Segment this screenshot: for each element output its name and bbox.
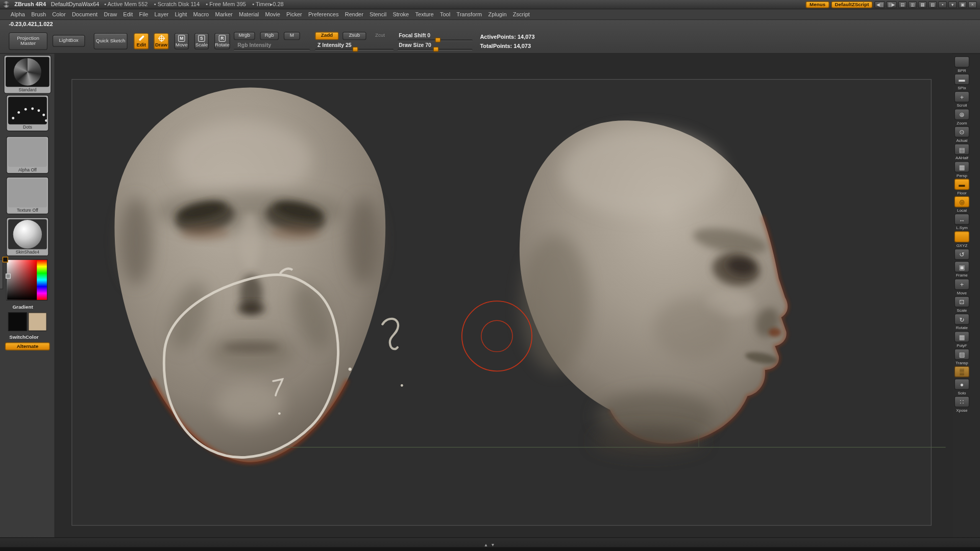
material-selector[interactable]: SkinShade4: [6, 217, 48, 256]
rail-transp[interactable]: ▨Transp: [952, 348, 971, 365]
left-tray-handle[interactable]: [0, 259, 3, 289]
menu-stencil[interactable]: Stencil: [366, 11, 389, 17]
zscript-rewind-button[interactable]: ◀|||: [874, 1, 885, 8]
lock-button[interactable]: ▪: [938, 1, 947, 8]
grid-layout-button[interactable]: ▦: [918, 1, 927, 8]
panel-layout-button[interactable]: ▧: [928, 1, 937, 8]
color-a-swatch[interactable]: [8, 312, 27, 331]
saturation-value-area[interactable]: [7, 260, 37, 299]
divider-layout-button[interactable]: ▤: [898, 1, 907, 8]
rail-scale[interactable]: ⊡Scale: [952, 296, 971, 312]
menu-draw[interactable]: Draw: [101, 11, 120, 17]
move-button[interactable]: M Move: [175, 33, 189, 49]
hue-strip[interactable]: [37, 260, 47, 299]
z-intensity-slider-thumb[interactable]: [353, 47, 358, 52]
switchcolor-button[interactable]: SwitchColor: [9, 334, 38, 340]
main-color-swatch[interactable]: [3, 257, 8, 262]
mrgb-button[interactable]: Mrgb: [234, 32, 255, 40]
restore-button[interactable]: ▣: [958, 1, 967, 8]
menu-color[interactable]: Color: [49, 11, 69, 17]
edit-button[interactable]: Edit: [134, 33, 149, 49]
viewport[interactable]: [55, 54, 952, 537]
rail-label: SPix: [958, 86, 966, 90]
menu-macro[interactable]: Macro: [190, 11, 212, 17]
menu-marker[interactable]: Marker: [212, 11, 236, 17]
alternate-button[interactable]: Alternate: [5, 342, 50, 350]
menu-movie[interactable]: Movie: [262, 11, 283, 17]
menu-zplugin[interactable]: Zplugin: [485, 11, 509, 17]
gradient-toggle[interactable]: Gradient: [12, 304, 33, 310]
rail-zoom[interactable]: ⊕Zoom: [952, 109, 971, 125]
draw-size-slider-thumb[interactable]: [433, 47, 439, 52]
menu-file[interactable]: File: [136, 11, 151, 17]
menu-texture[interactable]: Texture: [412, 11, 436, 17]
rail-bpr[interactable]: BPR: [952, 56, 971, 72]
draw-button[interactable]: Draw: [154, 33, 168, 49]
rail-gxyz[interactable]: GXYZ: [952, 231, 971, 247]
xpose-icon: ∷: [954, 396, 969, 407]
scale-button[interactable]: S Scale: [194, 33, 209, 49]
rail-lsym[interactable]: ↔L.Sym: [952, 214, 971, 230]
texture-selector[interactable]: Texture Off: [6, 177, 48, 214]
rail-xpose[interactable]: ∷Xpose: [952, 396, 971, 412]
menu-transform[interactable]: Transform: [453, 11, 485, 17]
zcut-button[interactable]: Zcut: [370, 32, 390, 40]
menu-render[interactable]: Render: [342, 11, 366, 17]
brush-selector[interactable]: Standard: [4, 55, 51, 94]
zscript-forward-button[interactable]: |||▶: [887, 1, 897, 8]
rgb-intensity-slider[interactable]: [234, 49, 310, 51]
menu-material[interactable]: Material: [236, 11, 262, 17]
draw-size-slider[interactable]: [398, 49, 473, 51]
alpha-selector[interactable]: Alpha Off: [6, 136, 48, 173]
minimize-button[interactable]: ▾: [948, 1, 957, 8]
z-intensity-slider[interactable]: [315, 49, 394, 51]
rail-persp[interactable]: ▦Persp: [952, 161, 971, 178]
palette-dock-button[interactable]: ▥: [908, 1, 917, 8]
rail-frame[interactable]: ▣Frame: [952, 261, 971, 278]
rail-spix[interactable]: ▬SPix: [952, 73, 971, 90]
rail-actual[interactable]: ⊙Actual: [952, 126, 971, 142]
scroll-up-arrow[interactable]: ▲: [484, 543, 489, 547]
menu-tool[interactable]: Tool: [437, 11, 453, 17]
color-picker[interactable]: [6, 259, 47, 300]
draw-label: Draw: [155, 43, 167, 48]
menu-alpha[interactable]: Alpha: [8, 11, 28, 17]
close-button[interactable]: ×: [968, 1, 977, 8]
menu-light[interactable]: Light: [172, 11, 190, 17]
rail-spin-icon[interactable]: ↺: [952, 248, 971, 260]
menus-button[interactable]: Menus: [806, 1, 829, 8]
menu-picker[interactable]: Picker: [283, 11, 305, 17]
sculpt-canvas[interactable]: [55, 54, 952, 537]
rail-solo[interactable]: ●Solo: [952, 379, 971, 395]
rail-scroll[interactable]: +Scroll: [952, 91, 971, 108]
menu-document[interactable]: Document: [69, 11, 101, 17]
rail-local[interactable]: ◎Local: [952, 196, 971, 212]
scroll-down-arrow[interactable]: ▼: [491, 543, 496, 547]
menu-brush[interactable]: Brush: [28, 11, 49, 17]
menu-preferences[interactable]: Preferences: [305, 11, 342, 17]
m-button[interactable]: M: [284, 32, 300, 40]
menu-layer[interactable]: Layer: [151, 11, 172, 17]
rail-aahalf[interactable]: ▤AAHalf: [952, 144, 971, 160]
focal-shift-slider[interactable]: [398, 39, 473, 41]
menu-zscript[interactable]: Zscript: [510, 11, 533, 17]
menu-stroke[interactable]: Stroke: [389, 11, 412, 17]
focal-shift-slider-thumb[interactable]: [435, 37, 440, 42]
zscript-button[interactable]: DefaultZScript: [831, 1, 873, 8]
quick-sketch-button[interactable]: Quick Sketch: [94, 33, 128, 49]
rail-floor[interactable]: ▬Floor: [952, 179, 971, 195]
stroke-selector[interactable]: Dots: [6, 95, 48, 131]
rail-move[interactable]: +Move: [952, 279, 971, 295]
rail-polyf[interactable]: ▦PolyF: [952, 331, 971, 347]
zsub-button[interactable]: Zsub: [342, 32, 366, 40]
rail-ghost-icon[interactable]: ▒: [952, 366, 971, 378]
projection-master-button[interactable]: Projection Master: [9, 33, 47, 50]
rotate-button[interactable]: R Rotate: [214, 33, 230, 49]
lightbox-button[interactable]: LightBox: [53, 35, 85, 47]
rgb-button[interactable]: Rgb: [260, 32, 279, 40]
menu-edit[interactable]: Edit: [120, 11, 136, 17]
rail-rotate[interactable]: ↻Rotate: [952, 314, 971, 330]
color-b-swatch[interactable]: [28, 312, 47, 331]
zadd-button[interactable]: Zadd: [315, 32, 339, 40]
secondary-color-swatch[interactable]: [6, 273, 11, 279]
